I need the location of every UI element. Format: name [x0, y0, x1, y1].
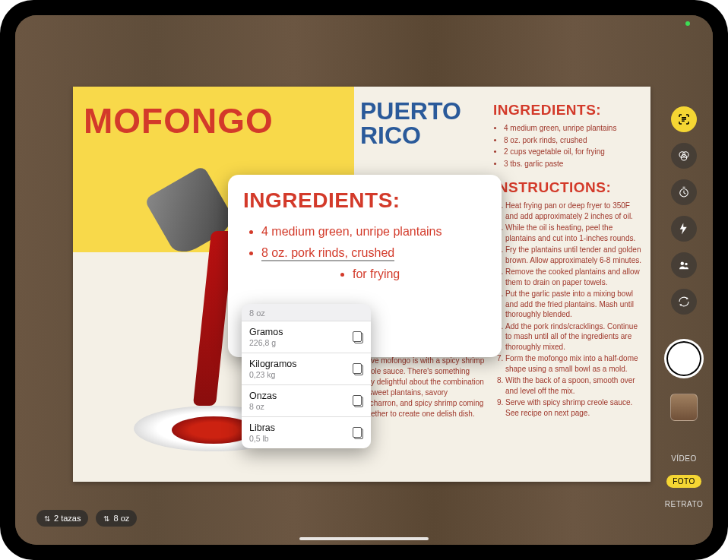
unit-name: Kilogramos [249, 359, 297, 369]
shared-library-icon [677, 258, 691, 272]
camera-flip-button[interactable] [671, 289, 697, 315]
filters-icon [677, 149, 691, 163]
instruction-item: With the back of a spoon, smooth over an… [505, 375, 644, 396]
instruction-item: Fry the plantains until tender and golde… [505, 245, 644, 265]
overlay-ingredient-item[interactable]: 4 medium green, unripe plantains [261, 225, 486, 239]
instruction-item: Form the mofongo mix into a half-dome sh… [505, 353, 644, 374]
instructions-heading: INSTRUCTIONS: [493, 179, 644, 196]
unit-name: Onzas [249, 391, 277, 401]
recipe-title: MOFONGO [84, 100, 274, 141]
unit-pill-oz[interactable]: ⇅ 8 oz [96, 510, 137, 527]
unit-value: 226,8 g [249, 338, 283, 347]
instruction-item: Heat frying pan or deep fryer to 350F an… [505, 201, 644, 221]
ingredients-list-small: 4 medium green, unripe plantains 8 oz. p… [493, 123, 644, 169]
detected-units-bar: ⇅ 2 tazas ⇅ 8 oz [36, 510, 137, 527]
camera-mode-list: VÍDEO FOTO RETRATO [665, 448, 703, 514]
flash-button[interactable] [671, 216, 697, 242]
overlay-ingredient-list: 4 medium green, unripe plantains 8 oz. p… [243, 225, 486, 281]
instructions-list: Heat frying pan or deep fryer to 350F an… [493, 201, 644, 418]
copy-icon[interactable] [353, 427, 363, 439]
mode-video[interactable]: VÍDEO [665, 454, 703, 463]
convert-arrows-icon: ⇅ [44, 514, 50, 523]
ingredient-item: 2 cups vegetable oil, for frying [504, 147, 644, 157]
recipe-region: PUERTO RICO [360, 99, 486, 147]
camera-app-screen: MOFONGO PUERTO RICO One of the most popu… [15, 15, 713, 545]
ingredient-item: 8 oz. pork rinds, crushed [504, 135, 644, 146]
overlay-heading: INGREDIENTS: [243, 188, 486, 213]
copy-icon[interactable] [353, 331, 363, 343]
overlay-ingredient-item-selected[interactable]: 8 oz. pork rinds, crushed [261, 246, 486, 260]
convert-arrows-icon: ⇅ [103, 514, 109, 523]
last-photo-thumbnail[interactable] [670, 394, 698, 421]
shutter-button[interactable] [664, 339, 704, 378]
unit-row-gramos[interactable]: Gramos 226,8 g [242, 321, 371, 353]
camera-controls-rail: VÍDEO FOTO RETRATO [661, 23, 707, 537]
unit-value: 0,23 kg [249, 370, 297, 379]
svg-point-4 [681, 262, 685, 266]
home-indicator[interactable] [299, 537, 429, 540]
instruction-item: Serve with spicy shrimp creole sauce. Se… [505, 397, 644, 418]
filters-button[interactable] [671, 143, 697, 169]
ingredient-item: 4 medium green, unripe plantains [504, 123, 644, 134]
svg-point-5 [685, 263, 687, 265]
live-text-button[interactable] [671, 106, 697, 132]
ipad-frame: MOFONGO PUERTO RICO One of the most popu… [0, 0, 728, 560]
unit-value: 8 oz [249, 402, 277, 411]
instruction-item: Add the pork rinds/cracklings. Continue … [505, 321, 644, 353]
unit-name: Libras [249, 422, 275, 433]
live-text-icon [677, 112, 691, 126]
shared-library-button[interactable] [671, 252, 697, 278]
timer-button[interactable] [671, 179, 697, 205]
unit-conversion-popover[interactable]: 8 oz Gramos 226,8 g Kilogramos 0,23 kg O… [242, 304, 371, 448]
unit-row-libras[interactable]: Libras 0,5 lb [242, 416, 371, 448]
copy-icon[interactable] [353, 363, 363, 375]
timer-icon [677, 185, 691, 199]
unit-name: Gramos [249, 327, 283, 337]
instruction-item: While the oil is heating, peel the plant… [505, 223, 644, 243]
ingredients-heading-small: INGREDIENTS: [493, 102, 644, 119]
unit-row-onzas[interactable]: Onzas 8 oz [242, 384, 371, 416]
unit-popover-header: 8 oz [242, 304, 371, 321]
flash-icon [677, 222, 691, 236]
overlay-ingredient-item[interactable]: for frying [353, 267, 486, 281]
unit-value: 0,5 lb [249, 434, 275, 443]
camera-flip-icon [677, 295, 691, 308]
copy-icon[interactable] [353, 395, 363, 407]
mode-portrait[interactable]: RETRATO [665, 500, 703, 508]
unit-row-kilogramos[interactable]: Kilogramos 0,23 kg [242, 353, 371, 384]
unit-pill-tazas[interactable]: ⇅ 2 tazas [36, 510, 88, 527]
mode-photo[interactable]: FOTO [666, 475, 701, 488]
instruction-item: Put the garlic paste into a mixing bowl … [505, 289, 644, 320]
unit-pill-label: 8 oz [113, 514, 129, 523]
unit-pill-label: 2 tazas [54, 514, 81, 523]
ingredient-item: 3 tbs. garlic paste [504, 159, 644, 169]
instruction-item: Remove the cooked plantains and allow th… [505, 267, 644, 287]
